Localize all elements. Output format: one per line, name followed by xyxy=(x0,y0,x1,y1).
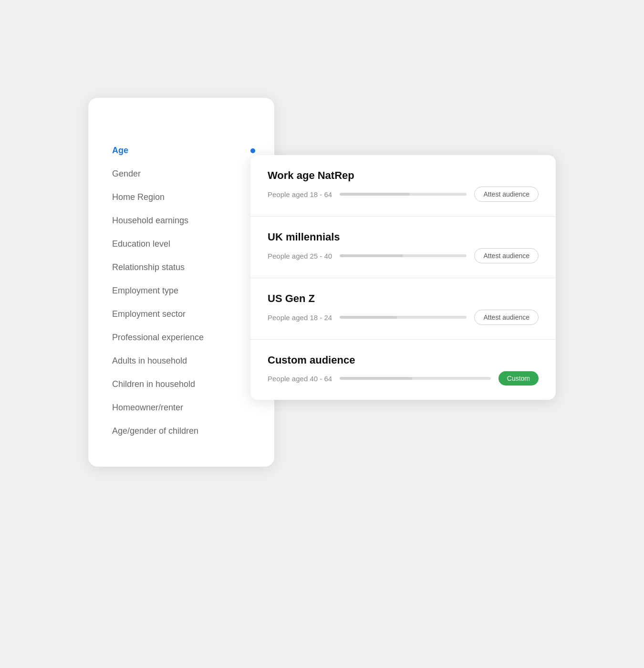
audience-row-us-gen-z: People aged 18 - 24Attest audience xyxy=(268,310,539,325)
progress-bar-uk-millennials xyxy=(340,254,467,257)
audience-badge-work-age-natrep[interactable]: Attest audience xyxy=(474,187,539,202)
nav-label-employment-type: Employment type xyxy=(112,286,178,296)
nav-label-age-gender-children: Age/gender of children xyxy=(112,426,198,436)
nav-item-household-earnings[interactable]: Household earnings xyxy=(112,209,255,232)
nav-label-household-earnings: Household earnings xyxy=(112,216,188,226)
active-dot-icon xyxy=(250,148,255,153)
audience-card-work-age-natrep: Work age NatRepPeople aged 18 - 64Attest… xyxy=(250,155,556,217)
audience-card-custom-audience: Custom audiencePeople aged 40 - 64Custom xyxy=(250,340,556,400)
nav-item-relationship-status[interactable]: Relationship status xyxy=(112,256,255,279)
nav-item-gender[interactable]: Gender xyxy=(112,162,255,186)
audience-card-uk-millennials: UK millennialsPeople aged 25 - 40Attest … xyxy=(250,217,556,278)
audience-row-custom-audience: People aged 40 - 64Custom xyxy=(268,371,539,386)
nav-label-home-region: Home Region xyxy=(112,192,165,202)
nav-label-gender: Gender xyxy=(112,169,141,179)
progress-bar-custom-audience xyxy=(340,377,491,380)
nav-item-employment-sector[interactable]: Employment sector xyxy=(112,303,255,326)
nav-item-homeowner-renter[interactable]: Homeowner/renter xyxy=(112,396,255,419)
nav-item-employment-type[interactable]: Employment type xyxy=(112,279,255,303)
progress-fill-us-gen-z xyxy=(340,316,397,319)
audience-badge-uk-millennials[interactable]: Attest audience xyxy=(474,248,539,263)
progress-bar-work-age-natrep xyxy=(340,193,467,196)
nav-item-professional-experience[interactable]: Professional experience xyxy=(112,326,255,349)
audience-subtitle-uk-millennials: People aged 25 - 40 xyxy=(268,252,332,260)
nav-item-age-gender-children[interactable]: Age/gender of children xyxy=(112,419,255,443)
progress-fill-uk-millennials xyxy=(340,254,403,257)
nav-label-age: Age xyxy=(112,146,128,156)
audience-subtitle-work-age-natrep: People aged 18 - 64 xyxy=(268,190,332,198)
nav-label-education-level: Education level xyxy=(112,239,170,249)
audience-subtitle-us-gen-z: People aged 18 - 24 xyxy=(268,313,332,322)
nav-label-adults-in-household: Adults in household xyxy=(112,356,187,366)
audience-row-uk-millennials: People aged 25 - 40Attest audience xyxy=(268,248,539,263)
audience-title-work-age-natrep: Work age NatRep xyxy=(268,169,539,182)
progress-fill-custom-audience xyxy=(340,377,412,380)
nav-label-children-in-household: Children in household xyxy=(112,379,195,389)
audience-title-us-gen-z: US Gen Z xyxy=(268,292,539,305)
custom-audience-panel: AgeGenderHome RegionHousehold earningsEd… xyxy=(88,98,274,467)
nav-label-professional-experience: Professional experience xyxy=(112,333,204,343)
audience-list-panel: Work age NatRepPeople aged 18 - 64Attest… xyxy=(250,155,556,400)
audience-badge-us-gen-z[interactable]: Attest audience xyxy=(474,310,539,325)
audience-card-us-gen-z: US Gen ZPeople aged 18 - 24Attest audien… xyxy=(250,278,556,340)
audience-badge-custom-audience[interactable]: Custom xyxy=(499,371,539,386)
audience-title-uk-millennials: UK millennials xyxy=(268,231,539,243)
audience-subtitle-custom-audience: People aged 40 - 64 xyxy=(268,375,332,383)
nav-item-age[interactable]: Age xyxy=(112,139,255,162)
audience-nav: AgeGenderHome RegionHousehold earningsEd… xyxy=(112,139,255,443)
nav-item-adults-in-household[interactable]: Adults in household xyxy=(112,349,255,373)
nav-label-relationship-status: Relationship status xyxy=(112,262,185,272)
audience-row-work-age-natrep: People aged 18 - 64Attest audience xyxy=(268,187,539,202)
nav-item-children-in-household[interactable]: Children in household xyxy=(112,373,255,396)
audience-title-custom-audience: Custom audience xyxy=(268,354,539,366)
nav-label-employment-sector: Employment sector xyxy=(112,309,186,319)
nav-item-home-region[interactable]: Home Region xyxy=(112,186,255,209)
nav-label-homeowner-renter: Homeowner/renter xyxy=(112,403,183,413)
progress-fill-work-age-natrep xyxy=(340,193,409,196)
nav-item-education-level[interactable]: Education level xyxy=(112,232,255,256)
progress-bar-us-gen-z xyxy=(340,316,467,319)
